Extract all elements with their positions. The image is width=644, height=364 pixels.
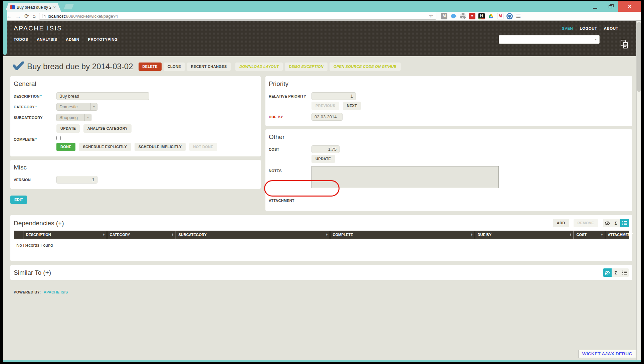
required-marker: *	[40, 94, 41, 98]
tab-close-icon[interactable]: ×	[53, 5, 56, 9]
drive-triangle-icon	[488, 13, 494, 19]
download-layout-button[interactable]: DOWNLOAD LAYOUT	[235, 63, 283, 71]
schedule-implicitly-button[interactable]: SCHEDULE IMPLICITLY	[135, 143, 186, 151]
sort-icon[interactable]: ▲▼	[103, 233, 105, 236]
reload-icon[interactable]: ⟳	[24, 13, 29, 19]
scrollbar-thumb[interactable]	[637, 22, 641, 92]
footer: POWERED BY: APACHE ISIS	[14, 290, 632, 294]
demo-exception-button[interactable]: DEMO EXCEPTION	[285, 63, 328, 71]
summary-toggle-button[interactable]: Σ	[612, 219, 620, 227]
bookmark-star-icon[interactable]: ☆	[429, 13, 433, 19]
no-records-message: No Records Found	[14, 239, 629, 256]
screenshot-extension-icon[interactable]	[506, 13, 513, 19]
hide-toggle-button[interactable]	[603, 219, 612, 227]
update-cost-button[interactable]: UPDATE	[311, 155, 335, 163]
copy-pages-icon[interactable]	[620, 39, 629, 50]
description-input[interactable]	[56, 92, 149, 100]
open-source-code-button[interactable]: OPEN SOURCE CODE ON GITHUB	[330, 63, 401, 71]
home-icon[interactable]: ⌂	[32, 13, 36, 19]
extensions-row: M * H M ☰	[441, 13, 521, 20]
schedule-explicitly-button[interactable]: SCHEDULE EXPLICITLY	[79, 143, 131, 151]
category-select[interactable]: Domestic ▼	[56, 103, 97, 111]
subcategory-label: SUBCATEGORY	[14, 116, 56, 120]
nav-item-todos[interactable]: TODOS	[14, 37, 28, 41]
add-button[interactable]: ADD	[553, 219, 569, 227]
similar-to-title: Similar To (+)	[14, 269, 600, 276]
window-controls: ×	[587, 1, 641, 12]
browser-tab[interactable]: Buy bread due by 20 ×	[5, 3, 61, 12]
sort-icon[interactable]: ▲▼	[172, 233, 174, 236]
close-button[interactable]: ×	[618, 1, 641, 12]
complete-row: COMPLETE*	[14, 136, 257, 141]
update-category-button[interactable]: UPDATE	[56, 124, 80, 133]
sort-icon[interactable]: ▲▼	[570, 233, 572, 236]
browser-toolbar: ← → ⟳ ⌂ localhost:8080/wicket/wicket/pag…	[3, 12, 641, 21]
tab-favicon-icon	[10, 5, 15, 9]
feather-icon	[450, 13, 457, 19]
column-due-by[interactable]: DUE BY▲▼	[475, 231, 574, 239]
relative-priority-input	[311, 92, 356, 100]
user-link[interactable]: SVEN	[562, 26, 573, 30]
category-value: Domestic	[57, 104, 90, 109]
apache-isis-link[interactable]: APACHE ISIS	[44, 290, 68, 294]
restore-button[interactable]	[603, 1, 618, 12]
next-button[interactable]: NEXT	[343, 102, 361, 110]
done-button[interactable]: DONE	[56, 143, 75, 151]
about-link[interactable]: ABOUT	[604, 26, 618, 30]
column-cost[interactable]: COST▲▼	[574, 231, 605, 239]
nav-item-analysis[interactable]: ANALYSIS	[37, 37, 57, 41]
radiation-extension-icon[interactable]	[460, 13, 466, 19]
app-brand[interactable]: APACHE ISIS	[14, 25, 62, 32]
wicket-ajax-debug[interactable]: WICKET AJAX DEBUG	[579, 350, 636, 358]
category-label: CATEGORY*	[14, 105, 56, 109]
complete-actions: DONE SCHEDULE EXPLICITLY SCHEDULE IMPLIC…	[56, 143, 257, 151]
clone-button[interactable]: CLONE	[164, 63, 185, 71]
sort-icon[interactable]: ▲▼	[471, 233, 473, 236]
gmail-extension-icon[interactable]: M	[497, 13, 503, 19]
drive-extension-icon[interactable]	[488, 13, 494, 19]
nav-item-admin[interactable]: ADMIN	[66, 37, 79, 41]
notes-textarea[interactable]	[311, 166, 499, 188]
general-panel: General DESCRIPTION* CATEGORY* Domestic …	[10, 76, 261, 156]
new-tab-button[interactable]	[64, 4, 74, 9]
tab-title: Buy bread due by 20	[17, 5, 51, 10]
url-bar[interactable]: localhost:8080/wicket/wicket/page?4 ☆	[39, 13, 436, 20]
logout-link[interactable]: LOGOUT	[580, 26, 597, 30]
due-by-input[interactable]	[311, 113, 343, 121]
h-extension-icon[interactable]: H	[478, 13, 485, 19]
summary-toggle-button[interactable]: Σ	[612, 268, 620, 277]
sort-icon[interactable]: ▲▼	[326, 233, 328, 236]
column-subcategory[interactable]: SUBCATEGORY▲▼	[176, 231, 330, 239]
description-label: DESCRIPTION*	[14, 94, 56, 98]
list-toggle-button[interactable]	[620, 268, 629, 277]
dependencies-panel: Dependencies (+) ADD REMOVE Σ	[10, 215, 632, 261]
subcategory-value: Shopping	[57, 115, 84, 120]
browser-menu-icon[interactable]: ☰	[516, 13, 521, 20]
subcategory-select[interactable]: Shopping ▼	[56, 114, 91, 121]
back-icon[interactable]: ←	[6, 13, 12, 19]
url-text[interactable]: localhost:8080/wicket/wicket/page?4	[48, 14, 427, 19]
column-complete[interactable]: COMPLETE▲▼	[330, 231, 475, 239]
list-toggle-button[interactable]	[620, 219, 629, 227]
edit-button[interactable]: EDIT	[10, 196, 27, 204]
delete-button[interactable]: DELETE	[139, 63, 162, 71]
extension-m-icon[interactable]: M	[441, 13, 447, 19]
recent-changes-button[interactable]: RECENT CHANGES	[187, 63, 231, 71]
page-scrollbar[interactable]	[636, 21, 641, 360]
nav-item-prototyping[interactable]: PROTOTYPING	[88, 37, 118, 41]
sort-icon[interactable]: ▲▼	[601, 233, 603, 236]
complete-checkbox[interactable]	[56, 136, 61, 140]
sort-icon[interactable]: ▲▼	[625, 233, 627, 236]
hide-toggle-button[interactable]	[603, 268, 612, 277]
lastpass-extension-icon[interactable]: *	[469, 13, 475, 19]
search-input[interactable]	[499, 35, 592, 43]
column-description[interactable]: DESCRIPTION▲▼	[23, 231, 107, 239]
search-dropdown-caret-icon[interactable]: ▼	[592, 35, 599, 43]
twitter-extension-icon[interactable]	[450, 13, 457, 19]
column-attachment[interactable]: ATTACHMENT▲▼	[605, 231, 629, 239]
analyse-category-button[interactable]: ANALYSE CATEGORY	[83, 124, 132, 133]
due-by-row: DUE BY	[269, 113, 629, 121]
column-category[interactable]: CATEGORY▲▼	[107, 231, 176, 239]
minimize-button[interactable]	[587, 1, 603, 12]
forward-icon[interactable]: →	[15, 13, 21, 19]
